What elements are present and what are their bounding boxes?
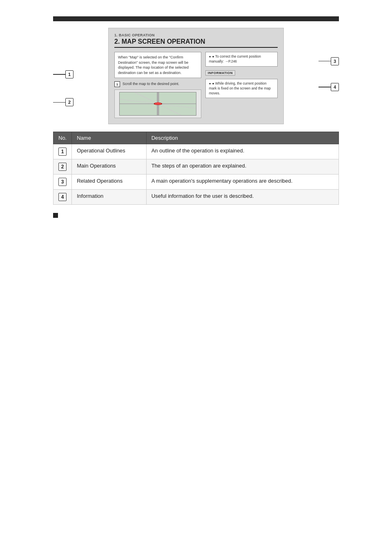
info-text: ● While driving, the current position ma…	[209, 81, 271, 95]
table-cell-num: 4	[53, 190, 72, 205]
diagram-area: 1 2 1. BASIC OPERATION 2. MAP SCREEN OPE…	[53, 28, 339, 124]
table-row: 2Main OperationsThe steps of an operatio…	[53, 159, 339, 175]
callout-num-2: 2	[65, 98, 74, 106]
section-header	[53, 16, 339, 21]
related-box: ● To correct the current position manual…	[205, 52, 278, 67]
callout-1-line	[53, 74, 65, 75]
col-name: Name	[72, 132, 146, 144]
table-cell-num: 1	[53, 144, 72, 159]
related-bullet	[209, 54, 212, 58]
left-callouts: 1 2	[53, 28, 77, 124]
callout-3-right: 3	[318, 57, 339, 65]
info-bullet	[209, 81, 212, 85]
map-preview	[114, 90, 201, 118]
callout-1-left: 1	[53, 70, 74, 78]
step-text: Scroll the map to the desired point.	[122, 81, 179, 87]
table-num-box: 3	[58, 178, 67, 186]
table-num-box: 1	[58, 148, 67, 156]
manual-page-mockup: 1. BASIC OPERATION 2. MAP SCREEN OPERATI…	[108, 28, 284, 124]
bottom-square-icon	[53, 213, 58, 218]
table-cell-description: An outline of the operation is explained…	[146, 144, 339, 159]
table-cell-name: Related Operations	[72, 175, 146, 190]
callout-num-3: 3	[331, 57, 339, 65]
manual-content: When "Map" is selected on the "Confirm D…	[114, 52, 278, 118]
right-callouts: 3 4	[315, 28, 339, 124]
related-text: ● To correct the current position manual…	[209, 54, 261, 63]
table-num-box: 2	[58, 163, 67, 171]
manual-right-col: ● To correct the current position manual…	[205, 52, 278, 118]
table-cell-description: A main operation's supplementary operati…	[146, 175, 339, 190]
table-cell-name: Information	[72, 190, 146, 205]
table-cell-num: 3	[53, 175, 72, 190]
table-cell-description: Useful information for the user is descr…	[146, 190, 339, 205]
info-box: ● While driving, the current position ma…	[205, 79, 278, 98]
manual-title: 2. MAP SCREEN OPERATION	[114, 38, 278, 48]
outline-text: When "Map" is selected on the "Confirm D…	[118, 55, 189, 75]
col-description: Description	[146, 132, 339, 144]
table-header-row: No. Name Description	[53, 132, 339, 144]
table-cell-num: 2	[53, 159, 72, 175]
callout-num-1: 1	[65, 70, 74, 78]
map-roads-svg	[120, 92, 196, 115]
table-cell-description: The steps of an operation are explained.	[146, 159, 339, 175]
col-no: No.	[53, 132, 72, 144]
step-row: 1 Scroll the map to the desired point.	[114, 81, 201, 87]
step-num-1: 1	[114, 81, 120, 87]
table-row: 3Related OperationsA main operation's su…	[53, 175, 339, 190]
outline-box: When "Map" is selected on the "Confirm D…	[114, 52, 201, 78]
manual-section-label: 1. BASIC OPERATION	[114, 33, 278, 37]
callout-4-line	[318, 87, 331, 87]
map-preview-inner	[119, 92, 197, 116]
table-cell-name: Operational Outlines	[72, 144, 146, 159]
info-table: No. Name Description 1Operational Outlin…	[53, 132, 339, 205]
table-cell-name: Main Operations	[72, 159, 146, 175]
info-label: INFORMATION	[205, 70, 235, 76]
callout-4-right: 4	[318, 83, 339, 91]
manual-left-col: When "Map" is selected on the "Confirm D…	[114, 52, 201, 118]
callout-3-line	[318, 61, 331, 62]
content-area: 1 2 1. BASIC OPERATION 2. MAP SCREEN OPE…	[53, 16, 339, 218]
table-row: 1Operational OutlinesAn outline of the o…	[53, 144, 339, 159]
callout-num-4: 4	[331, 83, 339, 91]
callout-2-left: 2	[53, 98, 74, 106]
callout-2-line	[53, 102, 65, 103]
bottom-note	[53, 213, 339, 218]
table-row: 4InformationUseful information for the u…	[53, 190, 339, 205]
table-num-box: 4	[58, 193, 67, 201]
page: 1 2 1. BASIC OPERATION 2. MAP SCREEN OPE…	[0, 0, 392, 555]
